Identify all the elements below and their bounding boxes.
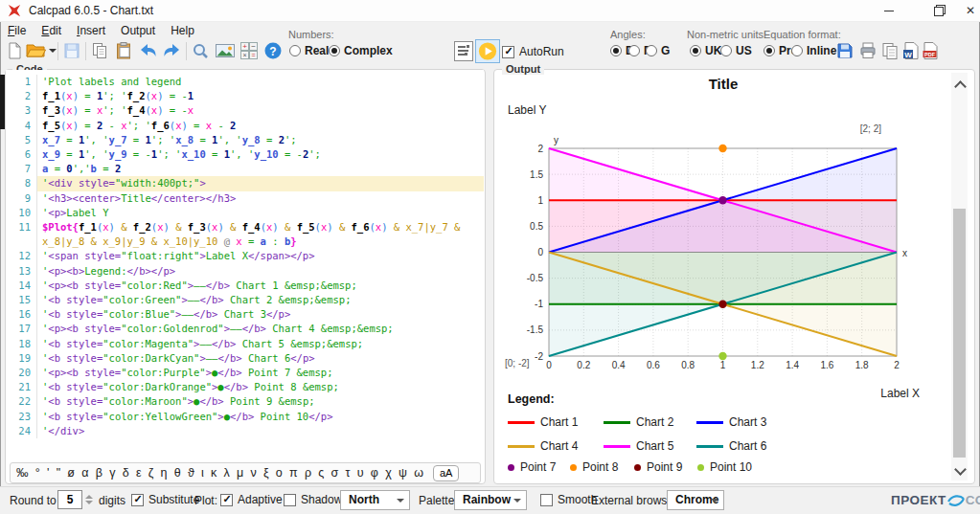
- symbol-button[interactable]: ο: [276, 466, 283, 480]
- menu-insert[interactable]: Insert: [69, 22, 113, 39]
- round-to-spinner[interactable]: [84, 491, 94, 508]
- units-label: Non-metric units:: [687, 29, 766, 40]
- open-folder-icon[interactable]: [25, 41, 46, 60]
- symbol-button[interactable]: ι: [201, 466, 204, 480]
- symbol-button[interactable]: ‰: [16, 466, 29, 480]
- symbol-button[interactable]: χ: [385, 466, 392, 480]
- symbol-button[interactable]: ': [47, 466, 49, 480]
- checkbox-icon[interactable]: [540, 494, 553, 506]
- paste-icon[interactable]: [114, 41, 133, 60]
- symbol-button[interactable]: °: [35, 466, 40, 480]
- brand-swirl-icon: [946, 494, 966, 507]
- symbol-button[interactable]: ν: [250, 466, 256, 480]
- save-as-icon[interactable]: [835, 41, 855, 60]
- menu-edit[interactable]: Edit: [34, 22, 69, 39]
- angles-g-radio[interactable]: G: [646, 44, 670, 57]
- symbol-button[interactable]: ψ: [399, 466, 407, 480]
- checkbox-icon[interactable]: [220, 494, 233, 506]
- symbol-button[interactable]: ρ: [305, 466, 311, 480]
- menu-help[interactable]: Help: [163, 22, 202, 39]
- svg-text:×: ×: [242, 52, 246, 58]
- symbol-button[interactable]: ϑ: [188, 466, 194, 480]
- run-button[interactable]: [475, 39, 500, 63]
- restore-button[interactable]: [922, 0, 954, 21]
- undo-icon[interactable]: [138, 41, 159, 60]
- symbol-button[interactable]: υ: [357, 466, 364, 480]
- radio-icon[interactable]: [329, 45, 340, 56]
- symbol-button[interactable]: ": [57, 466, 60, 480]
- copy-output-icon[interactable]: [880, 41, 900, 60]
- save-icon[interactable]: [62, 41, 81, 60]
- radio-icon[interactable]: [791, 45, 803, 56]
- symbol-button[interactable]: δ: [123, 466, 129, 480]
- checkbox-icon[interactable]: [502, 46, 514, 58]
- palette-select[interactable]: Rainbow: [454, 490, 527, 510]
- units-uk-radio[interactable]: UK: [690, 44, 721, 57]
- help-icon[interactable]: ?: [263, 41, 283, 60]
- symbol-button[interactable]: π: [289, 466, 298, 480]
- radio-icon[interactable]: [610, 45, 622, 56]
- symbol-button[interactable]: ξ: [263, 466, 269, 480]
- symbol-button[interactable]: ω: [414, 466, 423, 480]
- svg-text:0.8: 0.8: [681, 360, 695, 370]
- symbol-button[interactable]: κ: [211, 466, 217, 480]
- round-to-input[interactable]: [57, 490, 82, 509]
- menu-output[interactable]: Output: [113, 22, 163, 39]
- symbol-button[interactable]: λ: [224, 466, 230, 480]
- units-us-radio[interactable]: US: [720, 44, 752, 57]
- format-inline-radio[interactable]: Inline: [791, 44, 836, 57]
- autorun-checkbox[interactable]: AutoRun: [502, 45, 564, 58]
- code-editor[interactable]: 1'Plot labels and legend2f_1(x) = 1'; 'f…: [6, 70, 484, 460]
- symbol-button[interactable]: ζ: [148, 466, 154, 480]
- shadows-direction-select[interactable]: North: [340, 490, 410, 510]
- symbol-button[interactable]: μ: [237, 466, 243, 480]
- case-toggle-button[interactable]: aA: [433, 465, 459, 481]
- adaptive-checkbox[interactable]: Adaptive: [220, 493, 283, 506]
- smooth-checkbox[interactable]: Smooth: [540, 493, 597, 506]
- copy-icon[interactable]: [90, 41, 109, 60]
- print-icon[interactable]: [858, 41, 877, 60]
- scrollbar-thumb[interactable]: [953, 209, 966, 458]
- numbers-real-radio[interactable]: Real: [289, 44, 329, 57]
- close-button[interactable]: ✕: [954, 0, 980, 21]
- symbol-button[interactable]: σ: [331, 466, 339, 480]
- symbol-button[interactable]: η: [160, 466, 167, 480]
- svg-text:-0.5: -0.5: [527, 273, 544, 283]
- radio-icon[interactable]: [690, 45, 701, 56]
- new-file-icon[interactable]: [5, 41, 24, 60]
- radio-icon[interactable]: [720, 45, 732, 56]
- radio-icon[interactable]: [289, 45, 301, 56]
- calculator-icon[interactable]: +− ×=: [239, 41, 259, 60]
- symbol-button[interactable]: γ: [109, 466, 115, 480]
- substitute-checkbox[interactable]: Substitute: [131, 493, 199, 506]
- svg-text:0.2: 0.2: [577, 360, 590, 370]
- input-form-icon[interactable]: [454, 41, 473, 61]
- numbers-complex-radio[interactable]: Complex: [329, 44, 393, 57]
- symbol-button[interactable]: φ: [371, 466, 378, 480]
- code-line: 20'<p><b style="color:Purple">●</b> Poin…: [6, 366, 484, 380]
- symbol-button[interactable]: ς: [318, 466, 324, 480]
- redo-icon[interactable]: [161, 41, 182, 60]
- image-icon[interactable]: [215, 41, 236, 60]
- checkbox-icon[interactable]: [131, 494, 144, 506]
- svg-text:1: 1: [537, 195, 543, 206]
- radio-icon[interactable]: [763, 45, 775, 56]
- symbol-button[interactable]: α: [81, 466, 88, 480]
- symbol-button[interactable]: ø: [67, 466, 75, 480]
- symbol-button[interactable]: θ: [174, 466, 181, 480]
- symbol-button[interactable]: τ: [346, 466, 351, 480]
- search-icon[interactable]: [191, 41, 210, 60]
- word-export-icon[interactable]: W: [901, 41, 921, 60]
- open-dropdown-caret[interactable]: [49, 49, 57, 56]
- checkbox-icon[interactable]: [284, 494, 296, 506]
- svg-text:1.2: 1.2: [751, 360, 764, 370]
- browser-select[interactable]: Chrome: [667, 490, 724, 510]
- minimize-button[interactable]: [873, 0, 905, 21]
- symbol-button[interactable]: ε: [136, 466, 142, 480]
- svg-text:PDF: PDF: [924, 52, 936, 57]
- radio-icon[interactable]: [628, 45, 640, 56]
- radio-icon[interactable]: [646, 45, 657, 56]
- menu-file[interactable]: File: [0, 22, 34, 39]
- symbol-button[interactable]: β: [96, 466, 103, 480]
- pdf-export-icon[interactable]: PDF: [921, 41, 940, 60]
